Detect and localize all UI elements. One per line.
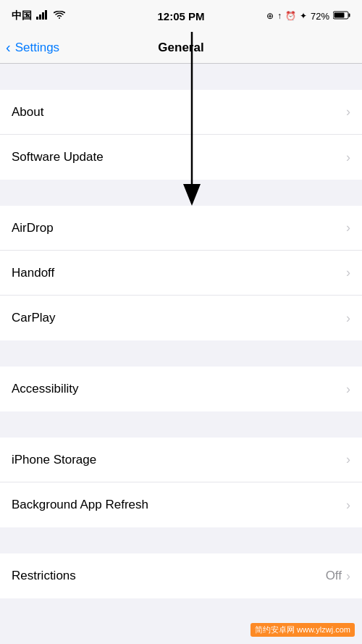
- svg-rect-3: [45, 10, 47, 20]
- handoff-row[interactable]: Handoff ›: [0, 251, 362, 296]
- gap-4: [0, 527, 362, 553]
- svg-rect-0: [36, 17, 38, 20]
- about-row[interactable]: About ›: [0, 90, 362, 135]
- about-chevron-icon: ›: [346, 104, 350, 120]
- restrictions-right: Off ›: [326, 569, 350, 584]
- software-update-chevron-icon: ›: [346, 150, 350, 165]
- restrictions-value: Off: [326, 569, 342, 583]
- background-app-refresh-chevron-icon: ›: [346, 498, 350, 513]
- airdrop-row[interactable]: AirDrop ›: [0, 206, 362, 251]
- battery-icon: [333, 11, 350, 22]
- bluetooth-icon: ✦: [300, 11, 307, 21]
- handoff-label: Handoff: [12, 266, 54, 280]
- software-update-chevron-container: ›: [346, 150, 350, 165]
- background-app-refresh-label: Background App Refresh: [12, 498, 148, 512]
- accessibility-row[interactable]: Accessibility ›: [0, 367, 362, 411]
- iphone-storage-row[interactable]: iPhone Storage ›: [0, 438, 362, 482]
- location-icon: ⊕: [266, 11, 274, 21]
- carplay-chevron-icon: ›: [346, 311, 350, 326]
- page-title: General: [158, 41, 203, 55]
- signal-icon: [36, 10, 49, 22]
- handoff-chevron-container: ›: [346, 265, 350, 280]
- svg-rect-1: [39, 14, 41, 20]
- airdrop-label: AirDrop: [12, 221, 54, 235]
- svg-rect-6: [334, 12, 345, 17]
- section-3: Accessibility ›: [0, 367, 362, 411]
- handoff-chevron-icon: ›: [346, 265, 350, 280]
- svg-rect-5: [349, 13, 350, 17]
- back-chevron-icon: ‹: [6, 39, 11, 56]
- back-button[interactable]: ‹ Settings: [6, 39, 59, 56]
- airdrop-chevron-container: ›: [346, 220, 350, 235]
- software-update-label: Software Update: [12, 150, 104, 164]
- wifi-icon: [54, 10, 65, 22]
- status-time: 12:05 PM: [157, 10, 204, 22]
- section-2: AirDrop › Handoff › CarPlay ›: [0, 206, 362, 340]
- settings-content: About › Software Update › AirDrop › Hand…: [0, 64, 362, 598]
- about-chevron-container: ›: [346, 104, 350, 120]
- carplay-row[interactable]: CarPlay ›: [0, 296, 362, 340]
- arrow-icon: ↑: [277, 11, 282, 21]
- gap-1: [0, 180, 362, 206]
- battery-text: 72%: [311, 11, 329, 22]
- accessibility-label: Accessibility: [12, 382, 79, 396]
- gap-2: [0, 340, 362, 367]
- iphone-storage-chevron-container: ›: [346, 452, 350, 467]
- status-left: 中国: [12, 9, 65, 22]
- restrictions-row[interactable]: Restrictions Off ›: [0, 553, 362, 598]
- background-app-refresh-row[interactable]: Background App Refresh ›: [0, 482, 362, 527]
- watermark: 简约安卓网 www.ylzwj.com: [251, 623, 355, 637]
- iphone-storage-label: iPhone Storage: [12, 453, 96, 467]
- gap-3: [0, 411, 362, 438]
- carplay-label: CarPlay: [12, 311, 55, 325]
- airdrop-chevron-icon: ›: [346, 220, 350, 235]
- top-gap: [0, 64, 362, 90]
- section-4: iPhone Storage › Background App Refresh …: [0, 438, 362, 527]
- section-1: About › Software Update ›: [0, 90, 362, 180]
- section-5: Restrictions Off ›: [0, 553, 362, 598]
- status-right: ⊕ ↑ ⏰ ✦ 72%: [266, 11, 350, 22]
- about-label: About: [12, 105, 43, 120]
- back-label[interactable]: Settings: [15, 41, 59, 55]
- accessibility-chevron-icon: ›: [346, 382, 350, 397]
- background-app-refresh-chevron-container: ›: [346, 498, 350, 513]
- carrier-text: 中国: [12, 9, 32, 22]
- restrictions-label: Restrictions: [12, 569, 76, 583]
- alarm-icon: ⏰: [285, 11, 296, 21]
- restrictions-chevron-icon: ›: [346, 569, 350, 584]
- software-update-row[interactable]: Software Update ›: [0, 135, 362, 180]
- navigation-bar: ‹ Settings General: [0, 32, 362, 64]
- svg-rect-2: [42, 12, 44, 20]
- carplay-chevron-container: ›: [346, 311, 350, 326]
- accessibility-chevron-container: ›: [346, 382, 350, 397]
- status-bar: 中国 12:05 PM ⊕ ↑ ⏰ ✦ 72%: [0, 0, 362, 32]
- iphone-storage-chevron-icon: ›: [346, 452, 350, 467]
